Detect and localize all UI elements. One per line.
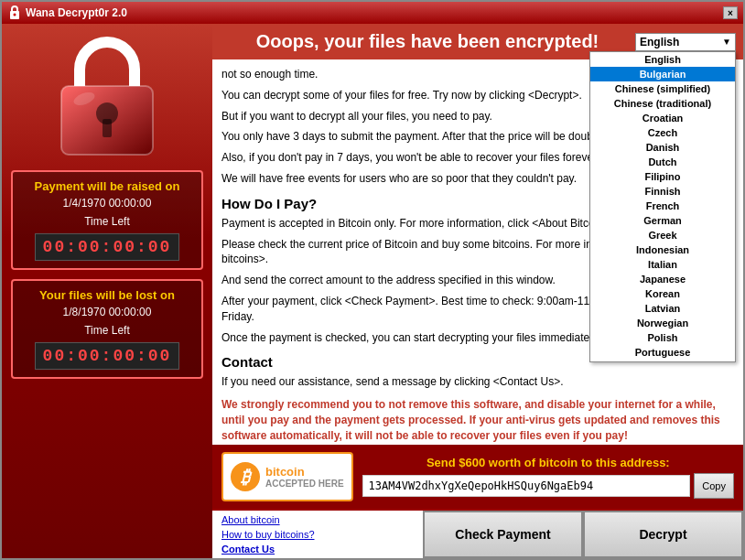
- language-option[interactable]: Norwegian: [590, 316, 735, 330]
- time-left-label-2: Time Left: [20, 324, 194, 337]
- language-option[interactable]: Chinese (simplified): [590, 81, 735, 96]
- language-option[interactable]: Finnish: [590, 184, 735, 199]
- address-row: Copy: [362, 473, 734, 499]
- main-window: Wana Decrypt0r 2.0 ×: [0, 0, 745, 560]
- main-content: Payment will be raised on 1/4/1970 00:00…: [2, 24, 743, 558]
- language-option[interactable]: French: [590, 199, 735, 213]
- language-option[interactable]: Polish: [590, 330, 735, 345]
- contact-line1: If you need our assistance, send a messa…: [221, 374, 734, 390]
- bitcoin-tagline: ACCEPTED HERE: [265, 479, 344, 489]
- send-label: Send $600 worth of bitcoin to this addre…: [362, 456, 734, 469]
- close-button[interactable]: ×: [723, 6, 738, 19]
- language-dropdown-container: English ▼ EnglishBulgarianChinese (simpl…: [635, 33, 736, 51]
- bitcoin-text-block: bitcoin ACCEPTED HERE: [265, 465, 344, 489]
- title-bar: Wana Decrypt0r 2.0 ×: [2, 2, 743, 24]
- contact-us-link[interactable]: Contact Us: [221, 544, 414, 555]
- language-option[interactable]: Portuguese: [590, 345, 735, 360]
- language-option[interactable]: German: [590, 213, 735, 228]
- payment-raised-date: 1/4/1970 00:00:00: [20, 197, 194, 210]
- title-bar-left: Wana Decrypt0r 2.0: [7, 5, 127, 20]
- decrypt-button[interactable]: Decrypt: [583, 511, 743, 558]
- right-header: Ooops, your files have been encrypted! E…: [212, 24, 743, 59]
- language-option[interactable]: Croatian: [590, 111, 735, 125]
- action-buttons: Check Payment Decrypt: [423, 511, 743, 558]
- language-option[interactable]: English: [590, 52, 735, 67]
- bitcoin-bar: ₿ bitcoin ACCEPTED HERE Send $600 worth …: [212, 445, 743, 509]
- language-option[interactable]: Indonesian: [590, 242, 735, 257]
- bitcoin-name: bitcoin: [265, 465, 344, 479]
- left-panel: Payment will be raised on 1/4/1970 00:00…: [2, 24, 212, 558]
- right-panel: Ooops, your files have been encrypted! E…: [212, 24, 743, 558]
- language-option[interactable]: Czech: [590, 125, 735, 140]
- language-option[interactable]: Italian: [590, 257, 735, 272]
- language-option[interactable]: Chinese (traditional): [590, 96, 735, 111]
- app-icon: [7, 5, 22, 20]
- language-dropdown-panel[interactable]: EnglishBulgarianChinese (simplified)Chin…: [589, 51, 736, 362]
- how-to-buy-link[interactable]: How to buy bitcoins?: [221, 529, 414, 540]
- language-option[interactable]: Japanese: [590, 272, 735, 286]
- warning-text: We strongly recommend you to not remove …: [221, 397, 734, 443]
- language-selected-label: English: [640, 36, 679, 48]
- bottom-section: ₿ bitcoin ACCEPTED HERE Send $600 worth …: [212, 445, 743, 558]
- bitcoin-address-section: Send $600 worth of bitcoin to this addre…: [362, 456, 734, 499]
- bitcoin-address-input[interactable]: [362, 475, 691, 497]
- language-selector[interactable]: English ▼: [635, 33, 736, 51]
- action-bar: About bitcoin How to buy bitcoins? Conta…: [212, 509, 743, 558]
- language-option[interactable]: Korean: [590, 286, 735, 301]
- files-lost-date: 1/8/1970 00:00:00: [20, 306, 194, 318]
- check-payment-button[interactable]: Check Payment: [423, 511, 583, 558]
- timer-payment-raised: Payment will be raised on 1/4/1970 00:00…: [11, 170, 203, 270]
- payment-raised-label: Payment will be raised on: [20, 179, 194, 193]
- timer-display-2: 00:00:00:00: [35, 342, 180, 370]
- language-option[interactable]: Danish: [590, 140, 735, 155]
- window-title: Wana Decrypt0r 2.0: [26, 6, 127, 19]
- language-option[interactable]: Filipino: [590, 169, 735, 184]
- bitcoin-symbol-icon: ₿: [231, 462, 260, 491]
- svg-point-1: [14, 14, 16, 16]
- files-lost-label: Your files will be lost on: [20, 288, 194, 302]
- about-bitcoin-link[interactable]: About bitcoin: [221, 514, 414, 525]
- copy-button[interactable]: Copy: [694, 473, 734, 499]
- timer-display-1: 00:00:00:00: [35, 233, 180, 261]
- language-option[interactable]: Greek: [590, 228, 735, 242]
- lock-icon: [52, 33, 162, 161]
- language-option[interactable]: Latvian: [590, 301, 735, 316]
- bitcoin-logo: ₿ bitcoin ACCEPTED HERE: [221, 452, 353, 501]
- language-option[interactable]: Romanian: [590, 360, 735, 362]
- header-title: Ooops, your files have been encrypted!: [220, 31, 635, 52]
- chevron-down-icon: ▼: [722, 37, 731, 47]
- action-left-links: About bitcoin How to buy bitcoins? Conta…: [212, 511, 423, 558]
- timer-files-lost: Your files will be lost on 1/8/1970 00:0…: [11, 279, 203, 379]
- language-option[interactable]: Dutch: [590, 155, 735, 169]
- time-left-label-1: Time Left: [20, 215, 194, 228]
- svg-rect-4: [103, 119, 112, 137]
- language-option[interactable]: Bulgarian: [590, 67, 735, 81]
